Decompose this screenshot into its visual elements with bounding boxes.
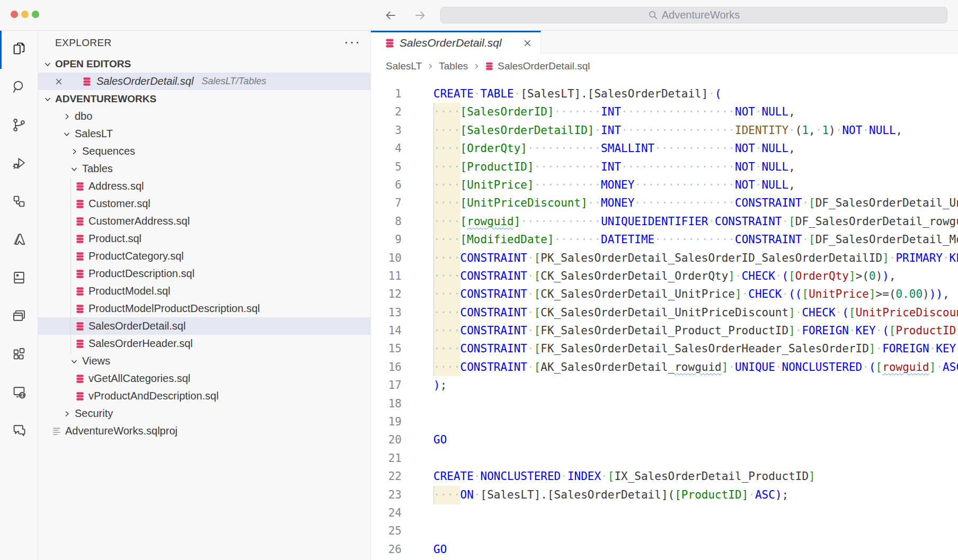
tree-item-saleslt[interactable]: SalesLT bbox=[38, 125, 370, 143]
code-line-25[interactable]: 25 bbox=[371, 522, 958, 540]
open-editor-item[interactable]: SalesOrderDetail.sql SalesLT/Tables bbox=[38, 73, 370, 90]
tree-item-customeraddress-sql[interactable]: CustomerAddress.sql bbox=[38, 212, 370, 230]
explorer-sidebar: EXPLORER ··· OPEN EDITORS SalesOrderDeta… bbox=[38, 31, 371, 560]
search-icon bbox=[648, 10, 658, 20]
database-icon bbox=[75, 304, 85, 314]
code-line-6[interactable]: 6····[UnitPrice]··········MONEY·········… bbox=[371, 176, 958, 194]
code-line-9[interactable]: 9····[ModifiedDate]·······DATETIME······… bbox=[371, 230, 958, 248]
tree-item-security[interactable]: Security bbox=[38, 405, 370, 422]
tree-item-productmodelproductdescription-sql[interactable]: ProductModelProductDescription.sql bbox=[38, 300, 370, 317]
navigate-forward-button[interactable] bbox=[412, 7, 428, 23]
tree-item-label: vGetAllCategories.sql bbox=[88, 372, 190, 385]
line-number: 15 bbox=[371, 340, 402, 358]
code-line-23[interactable]: 23····ON·[SalesLT].[SalesOrderDetail]([P… bbox=[371, 486, 958, 504]
code-line-24[interactable]: 24 bbox=[371, 504, 958, 522]
code-line-20[interactable]: 20GO bbox=[371, 431, 958, 449]
code-line-17[interactable]: 17); bbox=[371, 376, 958, 394]
code-line-16[interactable]: 16····CONSTRAINT·[AK_SalesOrderDetail_ro… bbox=[371, 358, 958, 376]
breadcrumb-item-tables[interactable]: Tables bbox=[439, 60, 468, 72]
tree-item-salesorderheader-sql[interactable]: SalesOrderHeader.sql bbox=[38, 335, 370, 352]
code-line-11[interactable]: 11····CONSTRAINT·[CK_SalesOrderDetail_Or… bbox=[371, 267, 958, 285]
code-line-content: ); bbox=[402, 376, 447, 394]
tree-item-customer-sql[interactable]: Customer.sql bbox=[38, 195, 370, 212]
tree-item-productdescription-sql[interactable]: ProductDescription.sql bbox=[38, 265, 370, 282]
database-icon bbox=[75, 234, 85, 244]
line-number: 16 bbox=[371, 358, 402, 376]
line-number: 3 bbox=[371, 121, 402, 139]
tree-item-views[interactable]: Views bbox=[38, 352, 370, 370]
tab-salesorderdetail[interactable]: SalesOrderDetail.sql bbox=[371, 31, 541, 54]
line-number: 1 bbox=[371, 85, 402, 103]
code-line-7[interactable]: 7····[UnitPriceDiscount]··MONEY·········… bbox=[371, 194, 958, 212]
code-line-5[interactable]: 5····[ProductID]··········INT···········… bbox=[371, 158, 958, 176]
minimize-window-button[interactable] bbox=[21, 11, 29, 18]
tree-item-salesorderdetail-sql[interactable]: SalesOrderDetail.sql bbox=[38, 317, 370, 335]
tree-item-adventureworks-sqlproj[interactable]: AdventureWorks.sqlproj bbox=[38, 422, 370, 440]
tree-item-productcategory-sql[interactable]: ProductCategory.sql bbox=[38, 247, 370, 265]
code-line-3[interactable]: 3····[SalesOrderDetailID]·INT···········… bbox=[371, 121, 958, 139]
code-line-21[interactable]: 21 bbox=[371, 449, 958, 467]
tree-item-product-sql[interactable]: Product.sql bbox=[38, 230, 370, 247]
database-icon bbox=[75, 339, 85, 349]
activity-bar-item-windows[interactable] bbox=[0, 298, 38, 336]
open-editors-section-header[interactable]: OPEN EDITORS bbox=[38, 55, 370, 73]
command-center-search[interactable]: AdventureWorks bbox=[440, 7, 947, 23]
code-line-content: ····CONSTRAINT·[PK_SalesOrderDetail_Sale… bbox=[402, 249, 958, 267]
tree-item-label: SalesOrderHeader.sql bbox=[88, 337, 193, 350]
line-number: 17 bbox=[371, 376, 402, 394]
files-icon bbox=[11, 41, 27, 59]
code-line-22[interactable]: 22CREATE·NONCLUSTERED·INDEX·[IX_SalesOrd… bbox=[371, 467, 958, 485]
code-line-2[interactable]: 2····[SalesOrderID]·······INT···········… bbox=[371, 103, 958, 121]
code-line-1[interactable]: 1CREATE·TABLE·[SalesLT].[SalesOrderDetai… bbox=[371, 85, 958, 103]
tree-item-tables[interactable]: Tables bbox=[38, 160, 370, 177]
code-line-12[interactable]: 12····CONSTRAINT·[CK_SalesOrderDetail_Un… bbox=[371, 285, 958, 303]
code-line-19[interactable]: 19 bbox=[371, 413, 958, 431]
code-line-13[interactable]: 13····CONSTRAINT·[CK_SalesOrderDetail_Un… bbox=[371, 304, 958, 322]
code-line-content: ····CONSTRAINT·[CK_SalesOrderDetail_Unit… bbox=[402, 285, 950, 303]
close-window-button[interactable] bbox=[11, 11, 18, 18]
chevron-right-icon bbox=[70, 147, 78, 156]
tree-item-sequences[interactable]: Sequences bbox=[38, 143, 370, 160]
line-number: 8 bbox=[371, 212, 402, 230]
navigate-back-button[interactable] bbox=[383, 7, 398, 23]
tree-item-productmodel-sql[interactable]: ProductModel.sql bbox=[38, 282, 370, 300]
activity-bar-item-explorer[interactable] bbox=[0, 31, 38, 69]
code-line-8[interactable]: 8····[rowguid]············UNIQUEIDENTIFI… bbox=[371, 212, 958, 230]
database-icon bbox=[75, 374, 85, 384]
activity-bar-item-connections[interactable] bbox=[0, 183, 38, 221]
activity-bar-item-search[interactable] bbox=[0, 69, 38, 107]
activity-bar-item-remote-explorer[interactable] bbox=[0, 374, 38, 412]
close-icon[interactable] bbox=[54, 77, 64, 86]
close-icon[interactable] bbox=[522, 38, 532, 48]
project-section-header[interactable]: ADVENTUREWORKS bbox=[38, 90, 370, 108]
book-layout-icon bbox=[11, 270, 27, 288]
code-line-content bbox=[402, 395, 433, 413]
activity-bar-item-source-control[interactable] bbox=[0, 107, 38, 145]
tree-item-address-sql[interactable]: Address.sql bbox=[38, 177, 370, 195]
tree-item-dbo[interactable]: dbo bbox=[38, 108, 370, 125]
ellipsis-icon[interactable]: ··· bbox=[344, 35, 361, 49]
code-line-14[interactable]: 14····CONSTRAINT·[FK_SalesOrderDetail_Pr… bbox=[371, 322, 958, 340]
tab-title: SalesOrderDetail.sql bbox=[400, 37, 517, 49]
database-icon bbox=[82, 77, 92, 86]
activity-bar-item-book-layout[interactable] bbox=[0, 260, 38, 298]
debug-icon bbox=[11, 155, 27, 173]
activity-bar-item-run-debug[interactable] bbox=[0, 145, 38, 183]
breadcrumb-item-salesorderdetail-sql[interactable]: SalesOrderDetail.sql bbox=[485, 60, 590, 72]
code-line-18[interactable]: 18 bbox=[371, 395, 958, 413]
line-number: 21 bbox=[371, 449, 402, 467]
code-line-15[interactable]: 15····CONSTRAINT·[FK_SalesOrderDetail_Sa… bbox=[371, 340, 958, 358]
code-line-26[interactable]: 26GO bbox=[371, 540, 958, 558]
activity-bar-item-extensions[interactable] bbox=[0, 336, 38, 374]
tree-item-vproductanddescription-sql[interactable]: vProductAndDescription.sql bbox=[38, 387, 370, 405]
tree-item-vgetallcategories-sql[interactable]: vGetAllCategories.sql bbox=[38, 370, 370, 387]
activity-bar-item-azure[interactable] bbox=[0, 221, 38, 260]
code-editor[interactable]: 1CREATE·TABLE·[SalesLT].[SalesOrderDetai… bbox=[371, 78, 958, 558]
chevron-right-icon bbox=[63, 410, 71, 418]
maximize-window-button[interactable] bbox=[32, 11, 39, 18]
activity-bar-item-comments[interactable] bbox=[0, 412, 38, 450]
code-line-content bbox=[402, 522, 433, 540]
code-line-10[interactable]: 10····CONSTRAINT·[PK_SalesOrderDetail_Sa… bbox=[371, 249, 958, 267]
code-line-4[interactable]: 4····[OrderQty]···········SMALLINT······… bbox=[371, 139, 958, 157]
breadcrumb-item-saleslt[interactable]: SalesLT bbox=[386, 60, 422, 72]
